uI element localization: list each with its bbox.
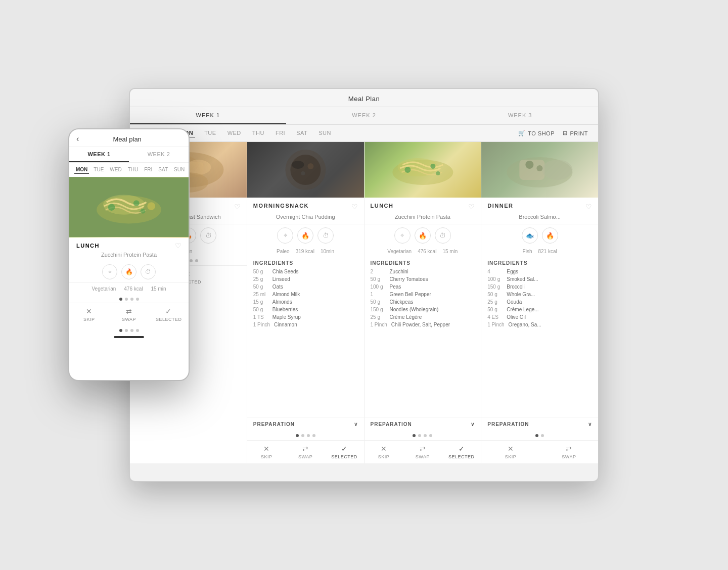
meals-grid: BREAKFAST ♡ Quick Breakfast Sandwich ⌖ 🔥… (130, 142, 598, 463)
lunch-type: LUNCH (371, 203, 394, 209)
dinner-kcal: 821 kcal (538, 249, 557, 254)
snack-card: MORNINGSNACK ♡ Overnight Chia Pudding ⌖ … (247, 142, 365, 463)
dot-3 (190, 259, 193, 262)
lunch-skip-button[interactable]: ✕ SKIP (365, 441, 403, 463)
mobile-week-tab-1[interactable]: WEEK 1 (69, 147, 129, 162)
mobile-skip-button[interactable]: ✕ SKIP (69, 303, 109, 326)
ing-row: 25 gGouda (481, 298, 598, 306)
svg-point-11 (404, 167, 411, 173)
snack-favorite-icon[interactable]: ♡ (351, 203, 358, 211)
chevron-down-icon: ∨ (354, 421, 358, 427)
check-icon: ✓ (165, 307, 172, 315)
snack-preparation-bar[interactable]: PREPARATION ∨ (247, 417, 364, 431)
mobile-actions: ✕ SKIP ⇄ SWAP ✓ SELECTED (69, 303, 189, 326)
mobile-day-fri[interactable]: FRI (143, 166, 154, 174)
breakfast-favorite-icon[interactable]: ♡ (234, 203, 241, 211)
dinner-tags: 🐟 🔥 (481, 224, 598, 247)
mobile-day-mon[interactable]: MON (74, 166, 89, 174)
snack-selected-button[interactable]: ✓ SELECTED (325, 441, 364, 463)
ing-row: 50 gChia Seeds (247, 268, 364, 275)
mobile-day-thu[interactable]: THU (126, 166, 140, 174)
lunch-selected-button[interactable]: ✓ SELECTED (442, 441, 481, 463)
day-tab-fri[interactable]: FRI (274, 129, 287, 137)
desktop-screen: Meal Plan WEEK 1 WEEK 2 WEEK 3 BACK MON … (129, 88, 599, 482)
mobile-dot-3 (130, 298, 133, 301)
svg-point-22 (108, 204, 115, 211)
mobile-day-sat[interactable]: SAT (157, 166, 169, 174)
svg-point-12 (430, 164, 435, 169)
desktop-nav-actions: 🛒 TO SHOP ⊟ PRINT (518, 130, 588, 136)
dinner-favorite-icon[interactable]: ♡ (585, 203, 592, 211)
mobile-week-tab-2[interactable]: WEEK 2 (129, 147, 189, 162)
snack-diet: Paleo (277, 249, 290, 254)
mobile-day-sun[interactable]: SUN (172, 166, 186, 174)
day-tab-sat[interactable]: SAT (294, 129, 309, 137)
desktop-week-tab-2[interactable]: WEEK 2 (286, 107, 442, 124)
ing-row: 50 gWhole Gra... (481, 291, 598, 298)
chevron-down-icon: ∨ (471, 421, 475, 427)
snack-header: MORNINGSNACK ♡ (247, 198, 364, 214)
skip-label: SKIP (83, 317, 95, 322)
mobile-day-tabs: MON TUE WED THU FRI SAT SUN (69, 163, 189, 177)
check-icon: ✓ (459, 445, 465, 453)
print-button[interactable]: ⊟ PRINT (563, 130, 588, 136)
mobile-favorite-icon[interactable]: ♡ (175, 242, 181, 250)
day-tab-wed[interactable]: WED (225, 129, 243, 137)
svg-point-6 (292, 161, 304, 169)
mobile-badges: ⌖ 🔥 ⏱ (69, 261, 189, 283)
snack-swap-button[interactable]: ⇄ SWAP (286, 441, 325, 463)
dot-2 (301, 434, 304, 437)
ing-row: 150 gBroccoli (481, 283, 598, 291)
dinner-image (481, 142, 598, 198)
day-tab-thu[interactable]: THU (250, 129, 266, 137)
day-tab-tue[interactable]: TUE (202, 129, 218, 137)
svg-point-5 (290, 155, 321, 185)
day-tab-sun[interactable]: SUN (316, 129, 333, 137)
mobile-swap-button[interactable]: ⇄ SWAP (109, 303, 149, 326)
mobile-day-wed[interactable]: WED (108, 166, 123, 174)
desktop-nav: BACK MON TUE WED THU FRI SAT SUN 🛒 TO SH… (130, 125, 598, 142)
skip-icon: ✕ (263, 445, 270, 453)
lunch-ingredients-title: INGREDIENTS (365, 256, 481, 268)
dinner-skip-button[interactable]: ✕ SKIP (481, 441, 539, 463)
dot-1 (296, 434, 299, 437)
dinner-preparation-bar[interactable]: PREPARATION ∨ (481, 417, 598, 431)
dinner-swap-button[interactable]: ⇄ SWAP (540, 441, 598, 463)
lunch-card: LUNCH ♡ Zucchini Protein Pasta ⌖ 🔥 ⏱ Veg… (365, 142, 482, 463)
lunch-preparation-bar[interactable]: PREPARATION ∨ (365, 417, 481, 431)
ing-row: 50 gOats (247, 283, 364, 291)
snack-skip-button[interactable]: ✕ SKIP (247, 441, 286, 463)
mobile-screen: ‹ Meal plan WEEK 1 WEEK 2 MON TUE WED TH… (68, 128, 190, 381)
swap-icon: ⇄ (420, 445, 426, 453)
ing-row: 2Zucchini (365, 268, 481, 275)
selected-label: SELECTED (156, 317, 182, 322)
mobile-flame-icon: 🔥 (121, 264, 136, 279)
desktop-week-tab-3[interactable]: WEEK 3 (442, 107, 598, 124)
lunch-diet: Vegetarian (387, 249, 412, 254)
mobile-meal-image (69, 177, 189, 238)
mobile-dot-1 (119, 298, 122, 301)
mobile-stats: Vegetarian 476 kcal 15 min (69, 283, 189, 295)
desktop-week-tabs: WEEK 1 WEEK 2 WEEK 3 (130, 107, 598, 125)
svg-point-24 (141, 209, 146, 214)
dinner-fish-icon: 🐟 (522, 227, 538, 244)
lunch-favorite-icon[interactable]: ♡ (468, 203, 475, 211)
mobile-back-button[interactable]: ‹ (76, 134, 79, 144)
to-shop-button[interactable]: 🛒 TO SHOP (518, 130, 555, 136)
ing-row: 50 gBlueberries (247, 306, 364, 313)
desktop-week-tab-1[interactable]: WEEK 1 (130, 107, 286, 124)
dot-3 (307, 434, 310, 437)
lunch-swap-button[interactable]: ⇄ SWAP (403, 441, 442, 463)
lunch-name: Zucchini Protein Pasta (365, 214, 481, 224)
desktop-title-bar: Meal Plan (130, 89, 598, 107)
mobile-day-tue[interactable]: TUE (92, 166, 105, 174)
ing-row: 100 gSmoked Sal... (481, 275, 598, 283)
ing-row: 4Eggs (481, 268, 598, 275)
lunch-actions: ✕ SKIP ⇄ SWAP ✓ SELECTED (365, 440, 481, 463)
mobile-selected-button[interactable]: ✓ SELECTED (149, 303, 189, 326)
dinner-ingredients: 4Eggs 100 gSmoked Sal... 150 gBroccoli 5… (481, 268, 598, 328)
lunch-leaf-icon: ⌖ (394, 227, 411, 244)
svg-point-18 (537, 165, 543, 171)
svg-point-16 (542, 160, 573, 180)
snack-actions: ✕ SKIP ⇄ SWAP ✓ SELECTED (247, 440, 364, 463)
